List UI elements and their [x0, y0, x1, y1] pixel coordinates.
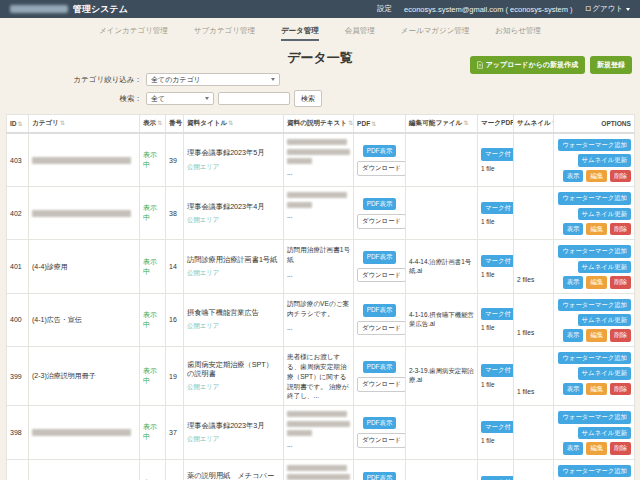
show-button[interactable]: 表示: [563, 170, 584, 182]
delete-button[interactable]: 削除: [610, 383, 631, 395]
column-header[interactable]: 資料の説明テキスト⇅: [284, 115, 354, 134]
redacted-text: [287, 202, 312, 208]
pdf-view-button[interactable]: PDF表示: [363, 472, 397, 480]
mark-pdf-button[interactable]: マーク付: [481, 476, 514, 480]
logout-link[interactable]: ログアウト: [585, 4, 630, 14]
row-pdf-cell: PDF表示 ダウンロード: [354, 293, 406, 346]
row-description: 訪問用治療計画書1号紙...: [284, 240, 354, 293]
column-header[interactable]: 番号⇅: [166, 115, 184, 134]
watermark-add-button[interactable]: ウォーターマーク追加: [558, 139, 631, 151]
sort-icon: ⇅: [157, 120, 162, 126]
pdf-download-button[interactable]: ダウンロード: [357, 214, 406, 228]
pdf-view-button[interactable]: PDF表示: [363, 361, 397, 373]
pdf-view-button[interactable]: PDF表示: [363, 145, 397, 157]
pdf-view-button[interactable]: PDF表示: [363, 304, 397, 316]
register-button[interactable]: 新規登録: [590, 56, 632, 74]
search-button[interactable]: 検索: [294, 90, 322, 107]
row-markpdf-cell: マーク付 1 file: [478, 406, 514, 459]
watermark-add-button[interactable]: ウォーターマーク追加: [558, 299, 631, 311]
edit-button[interactable]: 編集: [586, 442, 607, 454]
row-thumbnails: 1 files: [514, 293, 554, 346]
redacted-text: [287, 192, 347, 198]
tab-data-management[interactable]: データ管理: [281, 26, 319, 41]
thumbnail-update-button[interactable]: サムネイル更新: [578, 261, 631, 273]
row-description: ...: [284, 187, 354, 240]
row-thumbnails: [514, 187, 554, 240]
mark-pdf-button[interactable]: マーク付: [481, 148, 514, 160]
upload-create-button[interactable]: アップロードからの新規作成: [470, 56, 585, 74]
mark-pdf-button[interactable]: マーク付: [481, 308, 514, 320]
watermark-add-button[interactable]: ウォーターマーク追加: [558, 411, 631, 423]
settings-link[interactable]: 設定: [377, 4, 392, 14]
show-button[interactable]: 表示: [563, 442, 584, 454]
mark-pdf-button[interactable]: マーク付: [481, 421, 514, 433]
thumbnail-update-button[interactable]: サムネイル更新: [578, 314, 631, 326]
search-input[interactable]: [218, 92, 290, 105]
row-id: 397: [7, 459, 29, 480]
column-header[interactable]: 資料タイトル⇅: [184, 115, 284, 134]
table-row: 400 (4-1)広告・宣伝 表示中 16 摂食嚥下機能営業広告 公開エリア 訪…: [7, 293, 635, 346]
watermark-add-button[interactable]: ウォーターマーク追加: [558, 192, 631, 204]
column-header[interactable]: 編集可能ファイル⇅: [406, 115, 478, 134]
tab-members[interactable]: 会員管理: [345, 26, 375, 41]
delete-button[interactable]: 削除: [610, 329, 631, 341]
watermark-add-button[interactable]: ウォーターマーク追加: [558, 465, 631, 477]
mark-pdf-button[interactable]: マーク付: [481, 364, 514, 376]
search-scope-select[interactable]: 全て: [146, 92, 214, 105]
delete-button[interactable]: 削除: [610, 442, 631, 454]
edit-button[interactable]: 編集: [586, 223, 607, 235]
pdf-view-button[interactable]: PDF表示: [363, 251, 397, 263]
tab-news[interactable]: お知らせ管理: [495, 26, 541, 41]
mark-file-count: 1 file: [481, 218, 510, 225]
sort-icon: ⇅: [371, 121, 376, 127]
tab-sub-category[interactable]: サブカテゴリ管理: [194, 26, 255, 41]
delete-button[interactable]: 削除: [610, 276, 631, 288]
show-button[interactable]: 表示: [563, 276, 584, 288]
pdf-download-button[interactable]: ダウンロード: [357, 161, 406, 175]
show-button[interactable]: 表示: [563, 329, 584, 341]
edit-button[interactable]: 編集: [586, 329, 607, 341]
thumbnail-update-button[interactable]: サムネイル更新: [578, 427, 631, 439]
column-header[interactable]: PDF⇅: [354, 115, 406, 134]
pdf-download-button[interactable]: ダウンロード: [357, 321, 406, 335]
thumbnail-update-button[interactable]: サムネイル更新: [578, 208, 631, 220]
row-category: (2-3)治療説明用冊子: [29, 346, 140, 405]
row-id: 400: [7, 293, 29, 346]
row-markpdf-cell: マーク付 1 file: [478, 459, 514, 480]
row-title: 理事会議事録2023年3月: [187, 421, 280, 430]
column-header[interactable]: 表示⇅: [140, 115, 166, 134]
column-header[interactable]: サムネイル⇅: [514, 115, 554, 134]
watermark-add-button[interactable]: ウォーターマーク追加: [558, 352, 631, 364]
column-header[interactable]: カテゴリ⇅: [29, 115, 140, 134]
pdf-view-button[interactable]: PDF表示: [363, 198, 397, 210]
edit-button[interactable]: 編集: [586, 276, 607, 288]
mark-file-count: 1 file: [481, 271, 510, 278]
pdf-download-button[interactable]: ダウンロード: [357, 377, 406, 391]
row-title: 理事会議事録2023年5月: [187, 148, 280, 157]
select-caret-icon: [271, 78, 275, 81]
edit-button[interactable]: 編集: [586, 383, 607, 395]
pdf-download-button[interactable]: ダウンロード: [357, 433, 406, 447]
watermark-add-button[interactable]: ウォーターマーク追加: [558, 245, 631, 257]
category-filter-select[interactable]: 全てのカテゴリ: [146, 73, 280, 86]
row-editable-file: [406, 406, 478, 459]
row-markpdf-cell: マーク付 1 file: [478, 187, 514, 240]
row-category: [29, 133, 140, 187]
thumbnail-update-button[interactable]: サムネイル更新: [578, 154, 631, 166]
column-header[interactable]: マークPDF⇅: [478, 115, 514, 134]
edit-button[interactable]: 編集: [586, 170, 607, 182]
tab-main-category[interactable]: メインカテゴリ管理: [99, 26, 168, 41]
show-button[interactable]: 表示: [563, 383, 584, 395]
mark-pdf-button[interactable]: マーク付: [481, 255, 514, 267]
column-header[interactable]: ID⇅: [7, 115, 29, 134]
tab-mail-magazine[interactable]: メールマガジン管理: [401, 26, 470, 41]
delete-button[interactable]: 削除: [610, 170, 631, 182]
delete-button[interactable]: 削除: [610, 223, 631, 235]
mark-pdf-button[interactable]: マーク付: [481, 202, 514, 214]
sort-icon: ⇅: [348, 120, 353, 126]
pdf-download-button[interactable]: ダウンロード: [357, 268, 406, 282]
thumbnail-update-button[interactable]: サムネイル更新: [578, 367, 631, 379]
redacted-text: [287, 474, 350, 480]
show-button[interactable]: 表示: [563, 223, 584, 235]
pdf-view-button[interactable]: PDF表示: [363, 417, 397, 429]
